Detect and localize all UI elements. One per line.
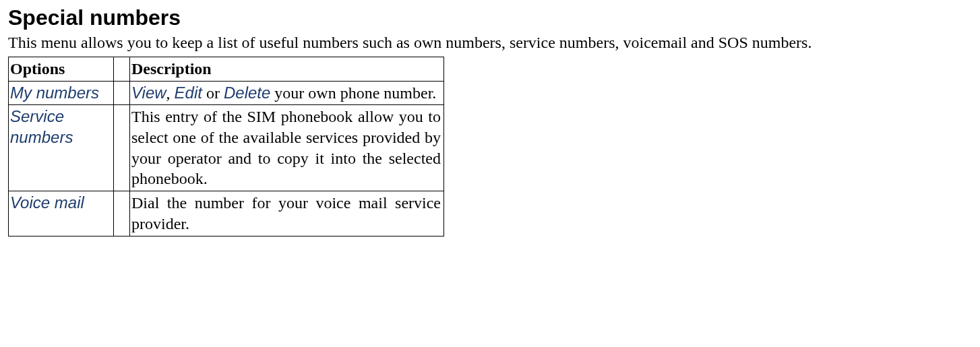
page-title: Special numbers bbox=[8, 5, 972, 30]
emph-view: View bbox=[131, 84, 166, 102]
header-gap bbox=[114, 57, 130, 81]
emph-edit: Edit bbox=[175, 84, 202, 102]
table-header-row: Options Description bbox=[9, 57, 444, 81]
option-my-numbers: My numbers bbox=[9, 81, 114, 105]
intro-paragraph: This menu allows you to keep a list of u… bbox=[8, 33, 972, 53]
table-row: My numbers View, Edit or Delete your own… bbox=[9, 81, 444, 105]
header-options: Options bbox=[9, 57, 114, 81]
table-row: Voice mail Dial the number for your voic… bbox=[9, 191, 444, 236]
header-description: Description bbox=[130, 57, 444, 81]
gap-cell bbox=[114, 105, 130, 191]
option-service-numbers: Service numbers bbox=[9, 105, 114, 191]
gap-cell bbox=[114, 81, 130, 105]
desc-my-numbers: View, Edit or Delete your own phone numb… bbox=[130, 81, 444, 105]
table-row: Service numbers This entry of the SIM ph… bbox=[9, 105, 444, 191]
option-voice-mail: Voice mail bbox=[9, 191, 114, 236]
options-table: Options Description My numbers View, Edi… bbox=[8, 57, 444, 236]
emph-delete: Delete bbox=[224, 84, 270, 102]
text-sep: , bbox=[166, 84, 175, 102]
text-sep: or bbox=[202, 84, 224, 102]
desc-service-numbers: This entry of the SIM phonebook allow yo… bbox=[130, 105, 444, 191]
text-rest: your own phone number. bbox=[270, 84, 436, 102]
desc-voice-mail: Dial the number for your voice mail serv… bbox=[130, 191, 444, 236]
gap-cell bbox=[114, 191, 130, 236]
